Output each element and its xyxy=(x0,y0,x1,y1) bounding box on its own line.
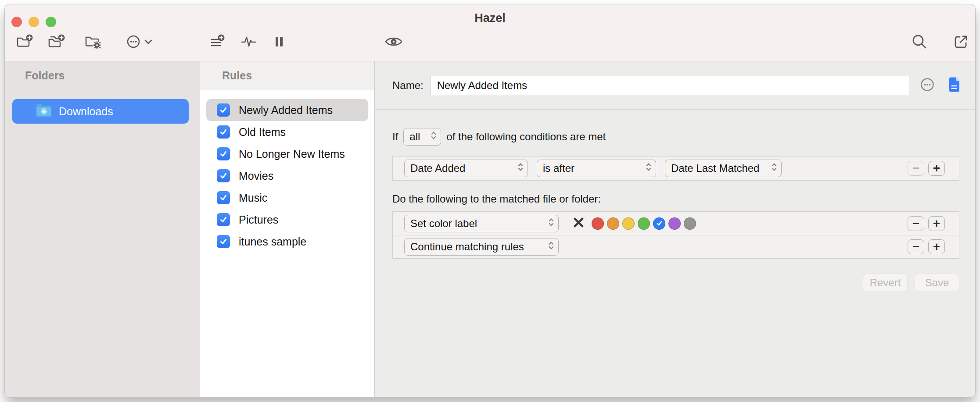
rule-checkbox-checked[interactable] xyxy=(217,213,230,226)
add-action-button[interactable]: + xyxy=(928,216,945,231)
actions-heading: Do the following to the matched file or … xyxy=(392,193,959,205)
add-condition-button[interactable]: + xyxy=(928,161,945,176)
rule-options-button[interactable] xyxy=(918,75,937,96)
rule-checkbox-checked[interactable] xyxy=(217,191,230,204)
note-document-icon xyxy=(945,75,963,96)
rule-checkbox-checked[interactable] xyxy=(217,103,230,117)
rule-label: itunes sample xyxy=(239,235,306,248)
rule-row-newly-added-items[interactable]: Newly Added Items xyxy=(206,99,368,121)
add-action-button[interactable]: + xyxy=(928,239,945,254)
match-mode-select[interactable]: all xyxy=(403,128,441,146)
activity-pulse-icon xyxy=(239,32,259,52)
updown-chevrons-icon xyxy=(548,240,554,254)
rule-detail-panel: Name: xyxy=(374,61,975,397)
rule-checkbox-checked[interactable] xyxy=(217,235,230,248)
action-row-set-color-label: Set color label xyxy=(393,212,959,235)
rule-label: No Longer New Items xyxy=(239,148,345,160)
rule-row-pictures[interactable]: Pictures xyxy=(206,209,368,231)
condition-value-select[interactable]: Date Last Matched xyxy=(665,160,782,177)
main-content: Folders Downloads Rules xyxy=(5,61,975,397)
more-options-icon xyxy=(123,32,158,52)
rule-label: Pictures xyxy=(239,213,278,226)
if-suffix-text: of the following conditions are met xyxy=(446,131,606,143)
folders-panel: Folders Downloads xyxy=(5,61,200,397)
rule-note-button[interactable] xyxy=(945,75,963,96)
rule-label: Music xyxy=(239,192,267,204)
updown-chevrons-icon xyxy=(431,130,437,144)
pause-icon xyxy=(269,32,289,52)
if-prefix-text: If xyxy=(392,131,398,143)
rule-label: Movies xyxy=(239,170,273,182)
downloads-folder-icon xyxy=(35,103,53,120)
rule-checkbox-checked[interactable] xyxy=(217,147,230,160)
action-type-select[interactable]: Set color label xyxy=(404,215,559,232)
rule-row-itunes-sample[interactable]: itunes sample xyxy=(206,231,368,253)
folder-item-label: Downloads xyxy=(59,105,113,118)
rule-label: Newly Added Items xyxy=(239,104,333,117)
folder-settings-button[interactable] xyxy=(83,32,103,52)
action-list: Set color label xyxy=(392,211,959,259)
preview-button[interactable] xyxy=(384,32,404,52)
color-purple-button[interactable] xyxy=(668,217,681,230)
color-blue-button-selected[interactable] xyxy=(653,217,665,230)
more-options-button[interactable] xyxy=(123,32,158,52)
new-folder-group-button[interactable] xyxy=(46,32,66,52)
rule-row-old-items[interactable]: Old Items xyxy=(206,121,368,143)
rule-name-row: Name: xyxy=(375,61,975,110)
titlebar-toolbar: Hazel xyxy=(5,4,975,61)
activity-button[interactable] xyxy=(239,32,259,52)
action-type-select[interactable]: Continue matching rules xyxy=(404,238,559,256)
new-folder-icon xyxy=(14,32,35,52)
folder-item-downloads[interactable]: Downloads xyxy=(12,99,189,124)
save-controls: Revert Save xyxy=(392,274,959,292)
search-button[interactable] xyxy=(909,32,930,52)
add-rule-icon xyxy=(208,32,228,52)
revert-button[interactable]: Revert xyxy=(863,274,908,292)
clear-color-button[interactable] xyxy=(573,217,585,230)
clear-x-icon xyxy=(573,217,585,230)
pause-button[interactable] xyxy=(269,32,289,52)
add-rule-button[interactable] xyxy=(208,32,228,52)
folders-header-label: Folders xyxy=(25,69,65,82)
condition-attribute-select[interactable]: Date Added xyxy=(404,160,528,177)
new-folder-group-icon xyxy=(46,32,66,52)
rule-row-movies[interactable]: Movies xyxy=(206,165,368,187)
folders-header: Folders xyxy=(5,61,200,90)
remove-action-button[interactable]: − xyxy=(908,216,924,231)
rule-row-music[interactable]: Music xyxy=(206,187,368,209)
rules-panel: Rules Newly Added Items Old Items xyxy=(200,61,374,397)
preview-eye-icon xyxy=(384,32,404,52)
hazel-window: Hazel xyxy=(5,4,975,397)
window-title: Hazel xyxy=(5,11,975,25)
color-gray-button[interactable] xyxy=(684,217,696,230)
save-button[interactable]: Save xyxy=(915,274,959,292)
search-icon xyxy=(909,32,930,52)
name-label: Name: xyxy=(392,79,424,92)
updown-chevrons-icon xyxy=(517,161,524,175)
color-label-options xyxy=(592,217,696,230)
condition-intro-row: If all of the following conditions are m… xyxy=(392,128,959,146)
remove-action-button[interactable]: − xyxy=(908,239,924,254)
condition-row: Date Added is after Date Last Matched xyxy=(392,156,959,181)
folder-settings-icon xyxy=(83,32,103,52)
new-folder-button[interactable] xyxy=(14,32,35,52)
rule-row-no-longer-new-items[interactable]: No Longer New Items xyxy=(206,143,368,165)
rule-list: Newly Added Items Old Items No Longer Ne… xyxy=(200,90,374,253)
rules-header: Rules xyxy=(200,61,374,90)
rule-label: Old Items xyxy=(239,126,286,139)
rule-name-input[interactable] xyxy=(431,76,909,95)
updown-chevrons-icon xyxy=(646,161,652,175)
open-window-icon xyxy=(951,32,971,52)
remove-condition-button[interactable]: − xyxy=(908,161,924,176)
color-yellow-button[interactable] xyxy=(622,217,635,230)
condition-operator-select[interactable]: is after xyxy=(537,160,656,177)
rule-checkbox-checked[interactable] xyxy=(217,125,230,139)
color-orange-button[interactable] xyxy=(607,217,619,230)
color-red-button[interactable] xyxy=(592,217,604,230)
color-green-button[interactable] xyxy=(638,217,650,230)
ellipsis-circle-icon xyxy=(918,75,937,96)
updown-chevrons-icon xyxy=(771,161,777,175)
open-window-button[interactable] xyxy=(951,32,971,52)
rule-checkbox-checked[interactable] xyxy=(217,169,230,182)
action-row-continue-matching: Continue matching rules − + xyxy=(393,235,959,258)
